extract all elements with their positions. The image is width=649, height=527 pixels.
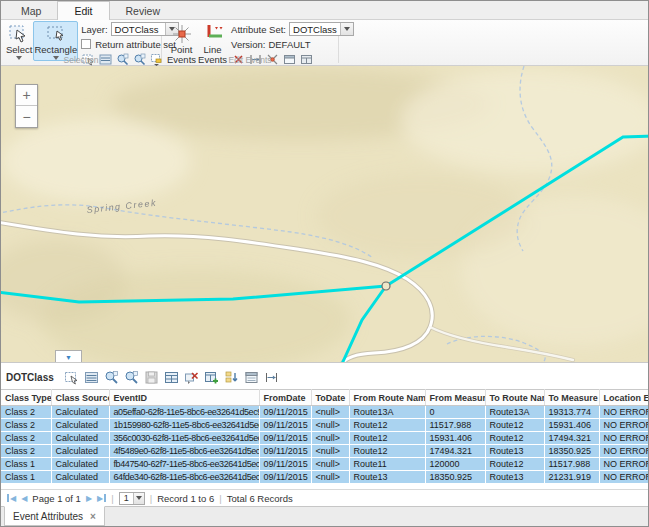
first-page-button[interactable]: ◀	[7, 494, 16, 503]
table-cell[interactable]: <null>	[311, 458, 349, 471]
table-cell[interactable]: NO ERROR	[599, 458, 648, 471]
table-cell[interactable]: Calculated	[51, 406, 109, 419]
table-cell[interactable]: NO ERROR	[599, 445, 648, 458]
return-attribute-set-checkbox[interactable]	[81, 39, 91, 49]
column-header[interactable]: Location Error	[599, 390, 648, 406]
next-page-button[interactable]: ▶	[86, 494, 92, 503]
save-edits-icon[interactable]	[144, 370, 160, 386]
table-cell[interactable]: 120000	[425, 458, 485, 471]
table-cell[interactable]: 0	[425, 406, 485, 419]
table-cell[interactable]: NO ERROR	[599, 419, 648, 432]
table-cell[interactable]: Class 2	[1, 445, 51, 458]
sort-icon[interactable]	[224, 370, 240, 386]
table-cell[interactable]: Class 2	[1, 419, 51, 432]
table-cell[interactable]: Class 2	[1, 432, 51, 445]
table-cell[interactable]: <null>	[311, 471, 349, 484]
tab-map[interactable]: Map	[5, 2, 57, 19]
table-cell[interactable]: 11517.988	[544, 458, 599, 471]
table-cell[interactable]: 09/11/2015	[259, 458, 311, 471]
table-cell[interactable]: 09/11/2015	[259, 419, 311, 432]
table-row[interactable]: Class 1Calculatedfb447540-62f7-11e5-8bc6…	[1, 458, 648, 471]
select-features-icon[interactable]	[64, 370, 80, 386]
column-header[interactable]: EventID	[109, 390, 259, 406]
table-cell[interactable]: <null>	[311, 406, 349, 419]
tab-event-attributes[interactable]: Event Attributes ×	[4, 506, 105, 526]
column-header[interactable]: To Route Name	[485, 390, 544, 406]
last-page-button[interactable]: ▶	[97, 494, 106, 503]
table-cell[interactable]: a05effa0-62f8-11e5-8bc6-ee32641d5ec9	[109, 406, 259, 419]
table-cell[interactable]: 17494.321	[544, 432, 599, 445]
table-cell[interactable]: fb447540-62f7-11e5-8bc6-ee32641d5ec9	[109, 458, 259, 471]
column-header[interactable]: FromDate	[259, 390, 311, 406]
column-header[interactable]: Class Source	[51, 390, 109, 406]
zoom-out-button[interactable]: −	[16, 106, 37, 127]
pan-to-selection-icon[interactable]	[124, 370, 140, 386]
column-header[interactable]: To Measure	[544, 390, 599, 406]
table-cell[interactable]: 09/11/2015	[259, 406, 311, 419]
table-row[interactable]: Class 2Calculateda05effa0-62f8-11e5-8bc6…	[1, 406, 648, 419]
table-cell[interactable]: Route13A	[349, 406, 425, 419]
open-form-icon[interactable]	[244, 370, 260, 386]
panel-collapse-button[interactable]: ▼	[55, 350, 82, 362]
page-number-dropdown[interactable]: 1	[119, 492, 145, 505]
add-records-icon[interactable]	[204, 370, 220, 386]
table-row[interactable]: Class 2Calculated1b159980-62f8-11e5-8bc6…	[1, 419, 648, 432]
table-cell[interactable]: Calculated	[51, 458, 109, 471]
table-cell[interactable]: 1b159980-62f8-11e5-8bc6-ee32641d5ec9	[109, 419, 259, 432]
map-canvas[interactable]: Spring Creek + − ▼	[1, 66, 648, 362]
table-cell[interactable]: 09/11/2015	[259, 445, 311, 458]
column-header[interactable]: ToDate	[311, 390, 349, 406]
table-cell[interactable]: 15931.406	[425, 432, 485, 445]
table-cell[interactable]: 09/11/2015	[259, 471, 311, 484]
table-cell[interactable]: 18350.925	[544, 445, 599, 458]
table-cell[interactable]: 18350.925	[425, 471, 485, 484]
table-cell[interactable]: Calculated	[51, 432, 109, 445]
attribute-table-icon[interactable]	[164, 370, 180, 386]
table-cell[interactable]: Route12	[485, 458, 544, 471]
table-cell[interactable]: Route12	[349, 445, 425, 458]
table-cell[interactable]: Route13	[485, 471, 544, 484]
attributes-list-icon[interactable]	[84, 370, 100, 386]
close-icon[interactable]: ×	[90, 511, 96, 522]
table-row[interactable]: Class 1Calculated64fde340-62f8-11e5-8bc6…	[1, 471, 648, 484]
previous-page-button[interactable]: ◀	[21, 494, 27, 503]
table-cell[interactable]: 64fde340-62f8-11e5-8bc6-ee32641d5ec9	[109, 471, 259, 484]
table-cell[interactable]: <null>	[311, 432, 349, 445]
table-cell[interactable]: 19313.774	[544, 406, 599, 419]
table-cell[interactable]: Calculated	[51, 445, 109, 458]
table-cell[interactable]: <null>	[311, 445, 349, 458]
table-row[interactable]: Class 2Calculated4f5489e0-62f8-11e5-8bc6…	[1, 445, 648, 458]
table-cell[interactable]: NO ERROR	[599, 432, 648, 445]
table-cell[interactable]: Class 1	[1, 471, 51, 484]
column-header[interactable]: From Measure	[425, 390, 485, 406]
table-cell[interactable]: Calculated	[51, 419, 109, 432]
zoom-to-selection-icon[interactable]	[104, 370, 120, 386]
table-cell[interactable]: Class 1	[1, 458, 51, 471]
chevron-down-icon[interactable]	[340, 23, 353, 35]
table-cell[interactable]: 356c0030-62f8-11e5-8bc6-ee32641d5ec9	[109, 432, 259, 445]
tab-edit[interactable]: Edit	[57, 1, 109, 20]
table-cell[interactable]: Route13	[485, 445, 544, 458]
chevron-down-icon[interactable]	[133, 493, 144, 504]
table-cell[interactable]: <null>	[311, 419, 349, 432]
table-cell[interactable]: Route13A	[485, 406, 544, 419]
table-cell[interactable]: 17494.321	[425, 445, 485, 458]
zoom-in-button[interactable]: +	[16, 85, 37, 106]
table-cell[interactable]: Calculated	[51, 471, 109, 484]
column-header[interactable]: From Route Name	[349, 390, 425, 406]
column-header[interactable]: Class Type	[1, 390, 51, 406]
table-cell[interactable]: 15931.406	[544, 419, 599, 432]
measure-icon[interactable]	[264, 370, 280, 386]
table-cell[interactable]: Route13	[349, 471, 425, 484]
table-cell[interactable]: Route12	[349, 432, 425, 445]
table-cell[interactable]: Route12	[485, 419, 544, 432]
table-cell[interactable]: 11517.988	[425, 419, 485, 432]
table-cell[interactable]: 4f5489e0-62f8-11e5-8bc6-ee32641d5ec9	[109, 445, 259, 458]
route-junction-marker[interactable]	[382, 282, 390, 290]
table-cell[interactable]: Class 2	[1, 406, 51, 419]
table-cell[interactable]: Route11	[349, 458, 425, 471]
table-cell[interactable]: Route12	[349, 419, 425, 432]
table-row[interactable]: Class 2Calculated356c0030-62f8-11e5-8bc6…	[1, 432, 648, 445]
attribute-set-dropdown[interactable]: DOTClass	[289, 22, 354, 36]
table-cell[interactable]: 09/11/2015	[259, 432, 311, 445]
